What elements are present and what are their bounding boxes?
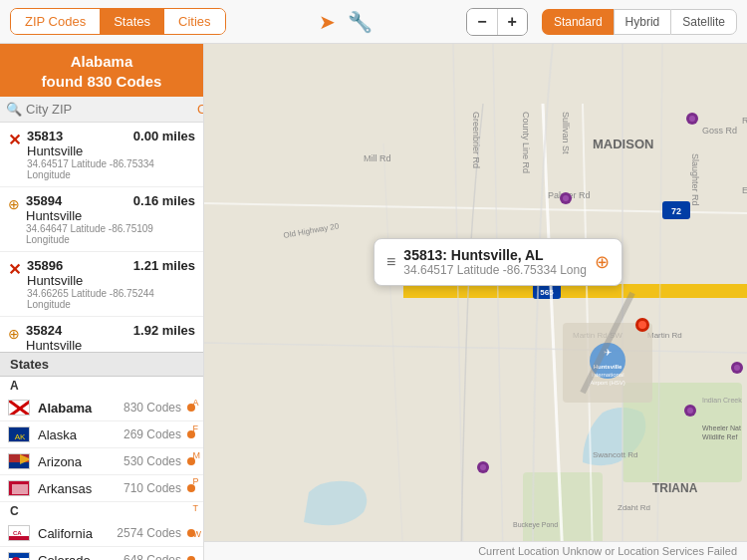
svg-point-57 [563, 195, 569, 201]
svg-text:Indian Creek: Indian Creek [702, 397, 742, 404]
state-item-california[interactable]: CA California 2574 Codes [0, 520, 203, 547]
alpha-row-a: A [0, 377, 203, 395]
svg-text:International: International [591, 372, 623, 378]
svg-text:Swancott Rd: Swancott Rd [593, 450, 637, 459]
zip-item-info: 35813 0.00 miles Huntsville 34.64517 Lat… [27, 129, 195, 180]
state-item-alabama[interactable]: Alabama 830 Codes [0, 395, 203, 421]
zip-city: Huntsville [26, 338, 195, 352]
flag-alabama [8, 400, 30, 416]
popup-lines-icon: ≡ [386, 253, 395, 271]
svg-text:Wildlife Ref: Wildlife Ref [702, 433, 737, 440]
zip-list: ✕ 35813 0.00 miles Huntsville 34.64517 L… [0, 123, 203, 352]
map-type-group: Standard Hybrid Satellite [542, 9, 737, 35]
popup-coords: 34.64517 Latitude -86.75334 Long [403, 263, 587, 277]
popup-target-icon[interactable]: ⊕ [595, 251, 610, 273]
state-codes-alabama: 830 Codes [124, 401, 181, 415]
zip-coords: 34.64647 Latitude -86.75109 Longitude [26, 223, 195, 245]
cancel-button[interactable]: Cancel [197, 102, 204, 117]
zip-code: 35896 [27, 258, 63, 273]
flag-alaska: AK [8, 426, 30, 442]
flag-california: CA [8, 525, 30, 541]
svg-point-55 [638, 321, 646, 329]
states-section-header: States [0, 352, 203, 377]
zip-item[interactable]: ✕ 35896 1.21 miles Huntsville 34.66265 L… [0, 252, 203, 317]
status-bar: Current Location Unknow or Location Serv… [204, 541, 747, 560]
popup-text: 35813: Huntsville, AL 34.64517 Latitude … [403, 247, 587, 277]
flag-colorado [8, 552, 30, 560]
state-item-colorado[interactable]: Colorado 648 Codes [0, 547, 203, 560]
svg-text:Ridgecut Rd: Ridgecut Rd [742, 116, 747, 126]
states-list: A Alabama 830 Codes AK Alaska 269 Codes [0, 377, 203, 560]
tab-group: ZIP Codes States Cities [10, 8, 226, 35]
svg-text:County Line Rd: County Line Rd [521, 112, 531, 173]
zip-code: 35813 [27, 129, 63, 143]
settings-icon[interactable]: 🔧 [348, 10, 373, 34]
state-codes-alaska: 269 Codes [124, 427, 181, 441]
zip-city: Huntsville [26, 208, 195, 223]
svg-text:Greenbrier Rd: Greenbrier Rd [471, 112, 481, 168]
tab-cities[interactable]: Cities [164, 9, 225, 34]
alpha-sidebar-w[interactable]: W [193, 529, 202, 539]
zip-item[interactable]: ⊕ 35824 1.92 miles Huntsville 34.62314 L… [0, 317, 203, 352]
map-type-hybrid[interactable]: Hybrid [614, 9, 671, 35]
svg-text:Goss Rd: Goss Rd [702, 126, 737, 136]
map-popup[interactable]: ≡ 35813: Huntsville, AL 34.64517 Latitud… [374, 238, 622, 286]
zip-item-info: 35896 1.21 miles Huntsville 34.66265 Lat… [27, 258, 195, 310]
zip-city: Huntsville [27, 273, 195, 288]
zip-circle-icon: ⊕ [8, 195, 20, 213]
nav-icons: ➤ 🔧 [319, 10, 373, 34]
map-type-satellite[interactable]: Satellite [670, 9, 737, 35]
search-input[interactable] [26, 102, 193, 117]
zoom-out-button[interactable]: − [467, 9, 497, 35]
svg-point-64 [734, 365, 740, 371]
state-item-arizona[interactable]: Arizona 530 Codes [0, 448, 203, 475]
search-icon: 🔍 [6, 102, 22, 117]
location-arrow-icon[interactable]: ➤ [319, 10, 336, 34]
svg-text:Sullivan St: Sullivan St [561, 112, 571, 154]
svg-text:CA: CA [13, 530, 22, 536]
svg-point-66 [480, 464, 486, 470]
svg-text:Slaughter Rd: Slaughter Rd [690, 153, 700, 206]
alpha-label-a: A [10, 379, 19, 393]
zip-circle-icon: ⊕ [8, 325, 20, 343]
svg-point-62 [687, 408, 693, 414]
state-name-california: California [38, 526, 117, 541]
state-item-arkansas[interactable]: Arkansas 710 Codes [0, 475, 203, 502]
alpha-sidebar-m[interactable]: M [193, 450, 202, 460]
zip-code: 35824 [26, 323, 62, 338]
svg-rect-9 [12, 484, 28, 494]
zip-x-icon: ✕ [8, 260, 21, 279]
state-name-arkansas: Arkansas [38, 481, 124, 496]
map-svg: 565 Slaughter Rd Goss Rd Old Highway 20 … [204, 44, 747, 560]
zoom-group: − + [466, 8, 528, 36]
zip-item[interactable]: ⊕ 35894 0.16 miles Huntsville 34.64647 L… [0, 187, 203, 252]
svg-text:Martin Rd: Martin Rd [647, 331, 682, 340]
tab-states[interactable]: States [100, 9, 164, 34]
search-row: 🔍 Cancel [0, 97, 203, 123]
zip-x-icon: ✕ [8, 131, 21, 149]
svg-text:Wheeler Nat: Wheeler Nat [702, 424, 741, 431]
zip-item-info: 35824 1.92 miles Huntsville 34.62314 Lat… [26, 323, 195, 352]
svg-text:Eastview Dr: Eastview Dr [742, 185, 747, 195]
panel-header: Alabama found 830 Codes [0, 44, 203, 97]
alpha-sidebar-a[interactable]: A [193, 398, 202, 408]
alpha-label-c: C [10, 504, 19, 518]
zip-distance: 1.92 miles [133, 323, 195, 338]
state-item-alaska[interactable]: AK Alaska 269 Codes [0, 421, 203, 448]
svg-text:AK: AK [15, 432, 26, 441]
map-type-standard[interactable]: Standard [542, 9, 614, 35]
alpha-sidebar-t[interactable]: T [193, 503, 202, 513]
zip-city: Huntsville [27, 143, 195, 158]
state-name-alaska: Alaska [38, 427, 124, 442]
zip-coords: 34.64517 Latitude -86.75334 Longitude [27, 158, 195, 180]
top-navigation: ZIP Codes States Cities ➤ 🔧 − + Standard… [0, 0, 747, 44]
zoom-in-button[interactable]: + [498, 9, 527, 35]
zip-item[interactable]: ✕ 35813 0.00 miles Huntsville 34.64517 L… [0, 123, 203, 187]
tab-zip-codes[interactable]: ZIP Codes [11, 9, 100, 34]
map-area[interactable]: 565 Slaughter Rd Goss Rd Old Highway 20 … [204, 44, 747, 560]
popup-title: 35813: Huntsville, AL [403, 247, 587, 263]
state-name-alabama: Alabama [38, 401, 124, 416]
alpha-row-c: C [0, 502, 203, 520]
alpha-sidebar-f[interactable]: F [193, 423, 202, 433]
alpha-sidebar-p[interactable]: P [193, 476, 202, 486]
